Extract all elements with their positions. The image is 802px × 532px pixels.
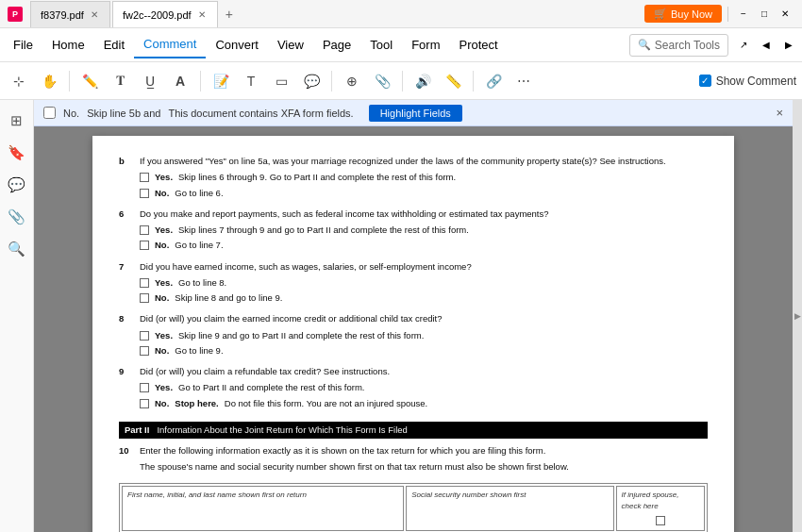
bookmarks-btn[interactable]: 🔖: [4, 140, 30, 166]
comments-btn[interactable]: 💬: [4, 172, 30, 198]
hand-tool-btn[interactable]: ✋: [36, 68, 62, 94]
checkbox-no-b[interactable]: [140, 189, 149, 198]
checkbox-yes-6[interactable]: [140, 225, 149, 235]
sep5: [473, 71, 474, 91]
menu-file[interactable]: File: [4, 32, 42, 58]
menubar: File Home Edit Comment Convert View Page…: [0, 28, 802, 62]
attach-btn[interactable]: 📎: [369, 68, 395, 94]
col2-input[interactable]: [411, 501, 608, 516]
main-layout: ⊞ 🔖 💬 📎 🔍 No. Skip line 5b and This docu…: [0, 100, 802, 532]
menu-edit[interactable]: Edit: [94, 32, 134, 58]
draw-tool-btn[interactable]: ✏️: [76, 68, 103, 94]
check-no-8: No. Go to line 9.: [140, 344, 708, 357]
select-tool-btn[interactable]: ⊹: [6, 68, 32, 94]
stamp-btn[interactable]: ⊕: [339, 68, 365, 94]
tab-f8379-close[interactable]: ✕: [89, 8, 100, 21]
xfa-close-button[interactable]: ×: [776, 106, 783, 120]
tab-fw2c-close[interactable]: ✕: [196, 8, 208, 21]
pdf-viewport[interactable]: b If you answered "Yes" on line 5a, was …: [34, 126, 793, 532]
form-row-9: 9 Did (or will) you claim a refundable t…: [119, 365, 708, 412]
check-yes-9: Yes. Go to Part II and complete the rest…: [140, 381, 708, 394]
menu-home[interactable]: Home: [42, 32, 94, 58]
highlight-tool-btn[interactable]: 𝐓: [107, 68, 133, 94]
audio-btn[interactable]: 🔊: [409, 68, 436, 94]
menu-convert[interactable]: Convert: [206, 32, 268, 58]
checkbox-yes-8[interactable]: [140, 331, 149, 341]
external-link-button[interactable]: ↗: [734, 36, 753, 55]
app-icon: P: [8, 7, 23, 22]
line-10-num: 10: [119, 444, 134, 457]
text-note-btn[interactable]: T: [238, 68, 264, 94]
menu-page[interactable]: Page: [313, 32, 360, 58]
detail-yes-b: Skip lines 6 through 9. Go to Part II an…: [178, 171, 456, 184]
detail-no-9-stop: Stop here.: [175, 397, 218, 410]
tab-f8379[interactable]: f8379.pdf ✕: [30, 1, 110, 27]
checkbox-yes-7[interactable]: [140, 278, 149, 288]
search-icon: 🔍: [638, 39, 651, 51]
detail-no-8: Go to line 9.: [175, 344, 223, 357]
text-tool-btn[interactable]: A: [167, 68, 193, 94]
tab-fw2c[interactable]: fw2c--2009.pdf ✕: [112, 1, 218, 27]
detail-yes-9: Go to Part II and complete the rest of t…: [178, 381, 364, 394]
menu-comment[interactable]: Comment: [134, 32, 206, 58]
forward-button[interactable]: ▶: [779, 36, 798, 55]
checkbox-yes-9[interactable]: [140, 383, 149, 392]
tab-f8379-label: f8379.pdf: [41, 9, 84, 21]
sidebar-left: ⊞ 🔖 💬 📎 🔍: [0, 100, 34, 532]
menu-protect[interactable]: Protect: [449, 32, 507, 58]
attachments-btn[interactable]: 📎: [4, 204, 30, 230]
checkbox-no-9[interactable]: [140, 399, 149, 408]
check-no-9: No. Stop here. Do not file this form. Yo…: [140, 397, 708, 410]
search-tools-label: Search Tools: [655, 39, 720, 52]
line-6-num: 6: [119, 208, 134, 221]
line-9-num: 9: [119, 365, 134, 378]
checkbox-no-6[interactable]: [140, 241, 149, 250]
menu-form[interactable]: Form: [402, 32, 449, 58]
col3-checkbox[interactable]: [622, 512, 699, 527]
table-col1: First name, initial, and last name shown…: [122, 486, 404, 531]
shape-btn[interactable]: ▭: [268, 68, 294, 94]
more-btn[interactable]: ⋯: [510, 68, 537, 94]
show-comment-label: Show Comment: [716, 75, 796, 88]
callout-btn[interactable]: 💬: [298, 68, 325, 94]
line-7-num: 7: [119, 260, 134, 274]
maximize-button[interactable]: □: [755, 5, 774, 24]
form-table: First name, initial, and last name shown…: [119, 483, 708, 533]
nav-controls: ↗ ◀ ▶: [734, 36, 798, 55]
buy-now-button[interactable]: 🛒 Buy Now: [644, 5, 722, 23]
search-tools[interactable]: 🔍 Search Tools: [629, 34, 728, 57]
menu-view[interactable]: View: [268, 32, 313, 58]
checkbox-yes-b[interactable]: [140, 173, 149, 182]
xfa-no-label: No.: [63, 108, 79, 119]
injured-check-1[interactable]: [656, 516, 665, 525]
checkbox-no-8[interactable]: [140, 346, 149, 356]
detail-no-9: Do not file this form. You are not an in…: [225, 397, 427, 410]
right-panel-handle[interactable]: ▶: [793, 100, 802, 532]
show-comment-checkbox[interactable]: [699, 75, 711, 87]
checkbox-no-7[interactable]: [140, 293, 149, 303]
pages-panel-btn[interactable]: ⊞: [4, 108, 30, 134]
measure-btn[interactable]: 📏: [440, 68, 466, 94]
close-button[interactable]: ✕: [776, 5, 794, 24]
add-tab-button[interactable]: +: [220, 7, 239, 22]
form-row-b: b If you answered "Yes" on line 5a, was …: [119, 155, 708, 202]
find-btn[interactable]: 🔍: [4, 236, 30, 262]
detail-no-b: Go to line 6.: [175, 187, 223, 200]
pdf-page: b If you answered "Yes" on line 5a, was …: [92, 136, 734, 532]
xfa-checkbox[interactable]: [43, 107, 56, 119]
sticky-note-btn[interactable]: 📝: [208, 68, 234, 94]
line-10-text: Enter the following information exactly …: [140, 444, 708, 457]
back-button[interactable]: ◀: [757, 36, 776, 55]
col1-input[interactable]: [127, 501, 398, 516]
link-btn[interactable]: 🔗: [480, 68, 507, 94]
minimize-button[interactable]: −: [734, 5, 753, 24]
check-no-b: No. Go to line 6.: [140, 187, 708, 200]
xfa-notification-bar: No. Skip line 5b and This document conta…: [34, 100, 793, 126]
highlight-fields-button[interactable]: Highlight Fields: [369, 105, 462, 122]
show-comment-area: Show Comment: [699, 75, 796, 88]
sep2: [200, 71, 201, 91]
line-8-content: Did (or will) you claim the earned incom…: [140, 312, 708, 359]
label-yes-b: Yes.: [155, 171, 173, 184]
menu-tool[interactable]: Tool: [360, 32, 402, 58]
underline-tool-btn[interactable]: U̲: [137, 68, 163, 94]
